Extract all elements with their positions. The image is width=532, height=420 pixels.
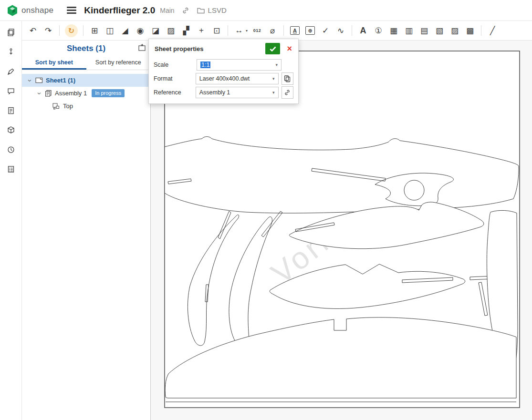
assembly-row-label: Assembly 1 bbox=[55, 90, 87, 97]
dialog-title: Sheet properties bbox=[155, 45, 265, 52]
bend-table-icon[interactable]: ▩ bbox=[463, 23, 477, 38]
scale-value: 1:1 bbox=[200, 61, 210, 68]
check-dimension-icon[interactable]: ✓ bbox=[318, 23, 333, 38]
brand-name: onshape bbox=[21, 6, 53, 15]
brand: onshape bbox=[7, 4, 53, 17]
menu-icon[interactable] bbox=[67, 7, 76, 14]
scale-select[interactable]: 1:1 ▾ bbox=[197, 59, 282, 71]
detail-view-icon[interactable]: ◉ bbox=[133, 23, 147, 38]
leader-icon[interactable]: ∿ bbox=[334, 23, 348, 38]
view-row-label: Top bbox=[63, 102, 73, 110]
reference-row: Reference Assembly 1 ▾ bbox=[149, 85, 298, 99]
ordinate-dimension-icon[interactable]: 012 bbox=[250, 23, 264, 38]
redo-icon[interactable]: ↷ bbox=[41, 23, 55, 38]
panel-header: Sheets (1) bbox=[22, 41, 150, 56]
query-icon[interactable] bbox=[4, 123, 17, 136]
dimension-icon[interactable]: ↔ bbox=[232, 23, 246, 38]
toolbar-separator bbox=[352, 25, 352, 36]
left-rail bbox=[0, 21, 22, 420]
cancel-button[interactable]: × bbox=[284, 44, 294, 53]
datum-icon[interactable]: ⊕ bbox=[305, 26, 315, 35]
view-icon bbox=[52, 103, 60, 110]
onshape-logo-icon[interactable] bbox=[7, 4, 18, 17]
tree-row-assembly[interactable]: › Assembly 1 In progress bbox=[22, 87, 150, 100]
text-icon[interactable]: A bbox=[356, 23, 370, 38]
insert-view-icon[interactable]: ⊞ bbox=[87, 23, 102, 38]
panel-tabs: Sort by sheet Sort by reference bbox=[22, 56, 150, 70]
move-view-icon[interactable]: + bbox=[194, 23, 209, 38]
scale-row: Scale 1:1 ▾ bbox=[149, 58, 298, 72]
scale-label: Scale bbox=[154, 61, 197, 68]
comments-icon[interactable] bbox=[4, 84, 17, 97]
tab-sort-by-reference[interactable]: Sort by reference bbox=[86, 56, 151, 70]
note-icon[interactable]: A bbox=[290, 26, 300, 35]
main-toolbar: ↶ ↷ ↻ ⊞ ◫ ◢ ◉ ◪ ▨ ▞ + ⊡ ↔ ▾ 012 ⌀ A ⊕ ✓ … bbox=[22, 21, 532, 41]
toolbar-separator bbox=[83, 25, 83, 36]
assembly-icon bbox=[45, 90, 52, 97]
sheet-tree: › Sheet1 (1) › Assembly 1 In progress bbox=[22, 70, 150, 113]
panel-title: Sheets (1) bbox=[67, 44, 105, 53]
history-icon[interactable] bbox=[4, 143, 17, 156]
weld-table-icon[interactable]: ▨ bbox=[448, 23, 462, 38]
format-value: Laser 400x400.dwt bbox=[199, 75, 250, 82]
link-icon bbox=[283, 89, 291, 96]
sheets-panel: Sheets (1) Sort by sheet Sort by referen… bbox=[22, 41, 151, 420]
document-title[interactable]: Kinderflieger 2.0 bbox=[84, 5, 155, 16]
undo-icon[interactable]: ↶ bbox=[26, 23, 40, 38]
chevron-down-icon[interactable]: › bbox=[37, 91, 42, 96]
sheet-properties-dialog: Sheet properties × Scale 1:1 ▾ Format La… bbox=[148, 39, 299, 104]
format-label: Format bbox=[154, 75, 196, 82]
dimension-menu-caret-icon[interactable]: ▾ bbox=[246, 29, 248, 33]
toolbar-separator bbox=[59, 25, 60, 36]
crop-view-icon[interactable]: ⊡ bbox=[209, 23, 224, 38]
popout-panel-icon[interactable] bbox=[138, 44, 146, 53]
sketch-line-icon[interactable]: ╱ bbox=[485, 23, 500, 38]
inspection-symbol-icon[interactable]: ① bbox=[371, 23, 386, 38]
projected-view-icon[interactable]: ◫ bbox=[103, 23, 117, 38]
chevron-down-icon[interactable]: › bbox=[28, 78, 32, 83]
table-icon[interactable]: ▦ bbox=[386, 23, 401, 38]
sheet-row-label: Sheet1 (1) bbox=[46, 77, 75, 84]
version-link-icon[interactable] bbox=[181, 6, 190, 15]
section-view-icon[interactable]: ◪ bbox=[148, 23, 163, 38]
tree-row-sheet1[interactable]: › Sheet1 (1) bbox=[22, 74, 150, 87]
reference-link-button[interactable] bbox=[282, 86, 293, 99]
check-icon bbox=[270, 46, 276, 51]
toolbar-separator bbox=[228, 25, 228, 36]
caret-down-icon: ▾ bbox=[272, 76, 275, 81]
project-name[interactable]: LSVD bbox=[208, 6, 227, 14]
replace-format-icon bbox=[283, 75, 291, 82]
sheets-panel-icon[interactable] bbox=[4, 26, 17, 39]
markup-icon[interactable] bbox=[4, 65, 17, 78]
break-view-icon[interactable]: ▞ bbox=[179, 23, 193, 38]
caret-down-icon: ▾ bbox=[275, 62, 278, 67]
hole-table-icon[interactable]: ▤ bbox=[417, 23, 431, 38]
top-header: onshape Kinderflieger 2.0 Main LSVD bbox=[0, 0, 532, 21]
toolbar-separator bbox=[283, 25, 284, 36]
toolbar-separator bbox=[481, 25, 481, 36]
revision-table-icon[interactable]: ▧ bbox=[432, 23, 447, 38]
insert-icon[interactable] bbox=[4, 45, 17, 58]
format-select[interactable]: Laser 400x400.dwt ▾ bbox=[196, 73, 279, 84]
notes-icon[interactable] bbox=[4, 104, 17, 117]
workspace-name[interactable]: Main bbox=[160, 7, 174, 14]
status-badge: In progress bbox=[92, 89, 125, 97]
update-views-icon[interactable]: ↻ bbox=[65, 24, 78, 37]
auxiliary-view-icon[interactable]: ◢ bbox=[118, 23, 132, 38]
folder-icon bbox=[197, 7, 205, 14]
sheet-icon bbox=[35, 77, 43, 83]
reference-label: Reference bbox=[154, 89, 196, 96]
reference-value: Assembly 1 bbox=[199, 89, 230, 96]
reference-select[interactable]: Assembly 1 ▾ bbox=[196, 87, 279, 98]
dialog-header[interactable]: Sheet properties × bbox=[149, 39, 298, 58]
tables-icon[interactable] bbox=[4, 163, 17, 175]
caret-down-icon: ▾ bbox=[272, 90, 275, 95]
tab-sort-by-sheet[interactable]: Sort by sheet bbox=[22, 56, 86, 70]
tree-row-view-top[interactable]: Top bbox=[22, 100, 150, 113]
confirm-button[interactable] bbox=[265, 43, 280, 54]
bom-table-icon[interactable]: ▥ bbox=[402, 23, 416, 38]
replace-format-button[interactable] bbox=[282, 72, 293, 85]
diameter-dimension-icon[interactable]: ⌀ bbox=[265, 23, 280, 38]
format-row: Format Laser 400x400.dwt ▾ bbox=[149, 72, 298, 85]
broken-out-section-icon[interactable]: ▨ bbox=[164, 23, 178, 38]
